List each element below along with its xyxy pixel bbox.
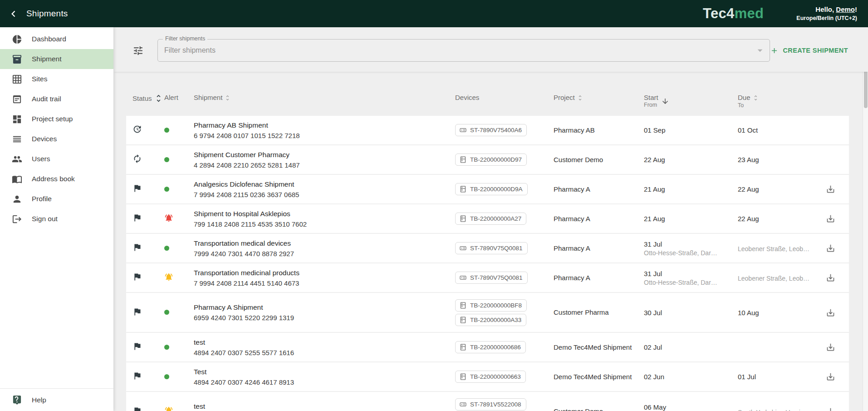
device-badge[interactable]: ST-7890V75Q0081 — [455, 242, 528, 254]
download-button[interactable] — [826, 214, 835, 223]
shipment-row[interactable]: Test 4894 2407 0307 4246 4617 8913 TB-22… — [126, 362, 849, 391]
sidebar-item-help[interactable]: Help — [0, 388, 113, 411]
sidebar-item-project-setup[interactable]: Project setup — [0, 109, 113, 129]
shipment-row[interactable]: Pharmacy A Shipment 6959 4240 7301 5220 … — [126, 293, 849, 332]
device-id: TB-220000000D9A — [470, 186, 523, 193]
users-icon — [12, 154, 22, 164]
alert-cell — [159, 373, 188, 381]
sidebar-item-sign-out[interactable]: Sign out — [0, 209, 113, 229]
column-header-due[interactable]: DueTo — [731, 94, 810, 109]
column-header-start[interactable]: StartFrom — [637, 94, 731, 109]
column-header-project[interactable]: Project — [547, 94, 637, 102]
status-cell — [126, 154, 159, 165]
dashboard-icon — [12, 34, 22, 45]
header-alert-label: Alert — [164, 94, 178, 102]
main-content: Filter shipments CREATE SHIPMENT Status … — [113, 27, 868, 411]
sidebar-item-label: Profile — [32, 195, 52, 203]
shipment-row[interactable]: Transportation medicinal products 7 9994… — [126, 263, 849, 292]
device-badge[interactable]: ST-7890V75400A6 — [455, 124, 527, 136]
chevron-down-icon[interactable] — [754, 45, 766, 56]
project-name: Customer Demo — [554, 407, 603, 411]
download-icon — [826, 372, 835, 381]
column-header-devices: Devices — [448, 94, 547, 102]
project-cell: Pharmacy A — [547, 274, 637, 282]
download-button[interactable] — [826, 243, 835, 253]
sidebar-item-profile[interactable]: Profile — [0, 189, 113, 209]
column-header-status[interactable]: Status — [126, 94, 159, 103]
filter-options-button[interactable] — [132, 45, 144, 56]
download-button[interactable] — [826, 308, 835, 317]
device-badge[interactable]: TB-220000000A27 — [455, 213, 526, 225]
device-badge[interactable]: TB-220000000D97 — [455, 154, 527, 166]
download-button[interactable] — [826, 184, 835, 194]
device-badge[interactable]: TB-220000000686 — [455, 341, 526, 353]
topbar: Shipments Tec4med Hello, Demo! Europe/Be… — [0, 0, 868, 27]
shipment-row[interactable]: test 4894 2407 0307 5255 5577 1616 TB-22… — [126, 333, 849, 361]
column-header-shipment[interactable]: Shipment — [188, 94, 448, 102]
alert-cell — [159, 244, 188, 253]
shipment-row[interactable]: Pharmacy AB Shipment 6 9794 2408 0107 10… — [126, 116, 849, 144]
audit-icon — [12, 94, 22, 104]
sidebar-item-label: Dashboard — [32, 35, 66, 43]
user-name-link[interactable]: Demo — [836, 5, 855, 13]
start-cell: 30 Jul — [637, 309, 731, 317]
sidebar-item-sites[interactable]: Sites — [0, 69, 113, 89]
sort-icon — [752, 94, 759, 101]
filter-shipments-field[interactable]: Filter shipments — [157, 39, 770, 62]
ok-status-dot — [164, 157, 169, 162]
shipment-row[interactable]: test 4 2894 2405 0713 1435 3551 4204 ST-… — [126, 392, 849, 411]
alert-cell — [159, 213, 188, 224]
vertical-scrollbar[interactable] — [863, 27, 868, 411]
shipment-cell: test 4 2894 2405 0713 1435 3551 4204 — [188, 402, 448, 411]
header-start-label: Start — [644, 94, 658, 101]
shipment-code: 4 2894 2408 2210 2652 5281 1487 — [194, 161, 439, 169]
column-header-alert: Alert — [159, 94, 188, 102]
devices-icon — [12, 134, 22, 144]
shipment-name: Shipment to Hospital Asklepios — [194, 210, 439, 218]
sidebar-item-devices[interactable]: Devices — [0, 129, 113, 149]
tune-icon — [132, 45, 144, 56]
sidebar-item-audit-trail[interactable]: Audit trail — [0, 89, 113, 109]
sidebar-item-dashboard[interactable]: Dashboard — [0, 29, 113, 49]
download-icon — [826, 342, 835, 352]
shipment-code: 4894 2407 0307 5255 5577 1616 — [194, 349, 439, 357]
due-to-address: Leobener Straße, Leoben, … — [738, 275, 810, 282]
device-badge[interactable]: TB-220000000BF8 — [455, 299, 527, 312]
sort-icon — [224, 94, 231, 101]
device-badge[interactable]: TB-220000000663 — [455, 371, 526, 383]
download-button[interactable] — [826, 273, 835, 282]
shipment-row[interactable]: Shipment Customer Pharmacy 4 2894 2408 2… — [126, 145, 849, 174]
device-badge[interactable]: ST-7890V75Q0081 — [455, 272, 528, 284]
due-to-address: South Yorkshire, Vereinigte… — [738, 409, 810, 411]
shipments-table: Status Alert Shipment Devices Project St… — [126, 72, 849, 411]
device-id: TB-220000000686 — [470, 344, 521, 351]
status-flag-icon — [132, 307, 142, 317]
devices-cell: ST-7891V5522008ST-7891V554103F — [448, 398, 547, 411]
download-button[interactable] — [826, 342, 835, 352]
alert-cell — [159, 343, 188, 352]
status-cell — [126, 183, 159, 195]
device-id: ST-7890V75Q0081 — [470, 274, 523, 281]
back-button[interactable] — [5, 6, 21, 21]
shipment-row[interactable]: Transportation medical devices 7999 4240… — [126, 234, 849, 262]
device-badge[interactable]: ST-7891V5522008 — [455, 398, 526, 411]
download-button[interactable] — [826, 372, 835, 381]
device-badge[interactable]: TB-220000000A33 — [455, 314, 526, 326]
shipment-row[interactable]: Shipment to Hospital Asklepios 799 1418 … — [126, 204, 849, 233]
filter-input[interactable] — [158, 40, 754, 61]
project-cell: Customer Demo — [547, 407, 637, 411]
sidebar-item-shipment[interactable]: Shipment — [0, 49, 113, 69]
create-shipment-button[interactable]: CREATE SHIPMENT — [770, 46, 848, 55]
device-id: TB-220000000D97 — [470, 156, 522, 163]
project-cell: Pharmacy A — [547, 185, 637, 193]
shipment-cell: Pharmacy A Shipment 6959 4240 7301 5220 … — [188, 303, 448, 322]
sidebar-item-address-book[interactable]: Address book — [0, 169, 113, 189]
actions-cell — [810, 214, 849, 223]
download-button[interactable] — [826, 407, 835, 411]
shipment-row[interactable]: Analgesics Diclofenac Shipment 7 9994 24… — [126, 175, 849, 203]
device-badge[interactable]: TB-220000000D9A — [455, 183, 528, 195]
project-name: Demo Tec4Med Shipment — [554, 373, 632, 381]
status-flag-icon — [132, 213, 142, 223]
actions-cell — [810, 243, 849, 253]
sidebar-item-users[interactable]: Users — [0, 149, 113, 169]
